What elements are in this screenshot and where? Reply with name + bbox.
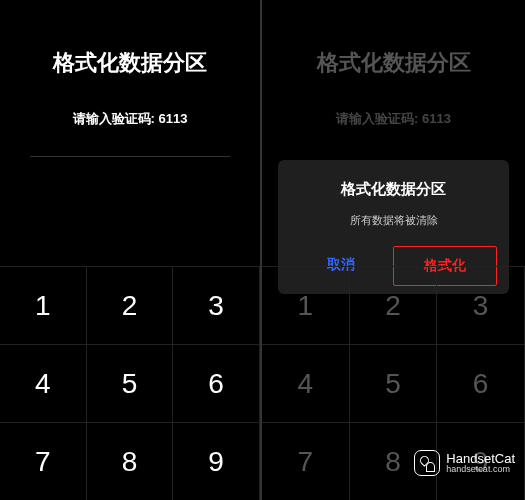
numeric-keypad: 1 2 3 4 5 6 7 8 9 [0,266,260,500]
key-9[interactable]: 9 [173,422,260,500]
key-2[interactable]: 2 [350,266,438,344]
key-1[interactable]: 1 [262,266,350,344]
watermark-url: handsetcat.com [446,465,515,474]
page-title: 格式化数据分区 [262,48,525,78]
key-8[interactable]: 8 [87,422,174,500]
key-1[interactable]: 1 [0,266,87,344]
left-phone-screen: 格式化数据分区 请输入验证码: 6113 1 2 3 4 5 6 7 8 9 [0,0,262,500]
verification-prompt: 请输入验证码: 6113 [262,110,525,128]
key-3[interactable]: 3 [173,266,260,344]
key-5[interactable]: 5 [350,344,438,422]
right-phone-screen: 格式化数据分区 请输入验证码: 6113 格式化数据分区 所有数据将被清除 取消… [262,0,525,500]
verification-prompt: 请输入验证码: 6113 [0,110,260,128]
page-title: 格式化数据分区 [0,48,260,78]
watermark-text: HandsetCat handsetcat.com [446,452,515,474]
key-4[interactable]: 4 [0,344,87,422]
watermark-logo-icon [414,450,440,476]
key-7[interactable]: 7 [262,422,350,500]
key-6[interactable]: 6 [437,344,525,422]
dialog-title: 格式化数据分区 [290,180,497,199]
dialog-message: 所有数据将被清除 [290,213,497,228]
key-2[interactable]: 2 [87,266,174,344]
key-6[interactable]: 6 [173,344,260,422]
key-7[interactable]: 7 [0,422,87,500]
key-3[interactable]: 3 [437,266,525,344]
watermark: HandsetCat handsetcat.com [414,450,515,476]
input-underline [30,156,230,157]
key-4[interactable]: 4 [262,344,350,422]
key-5[interactable]: 5 [87,344,174,422]
